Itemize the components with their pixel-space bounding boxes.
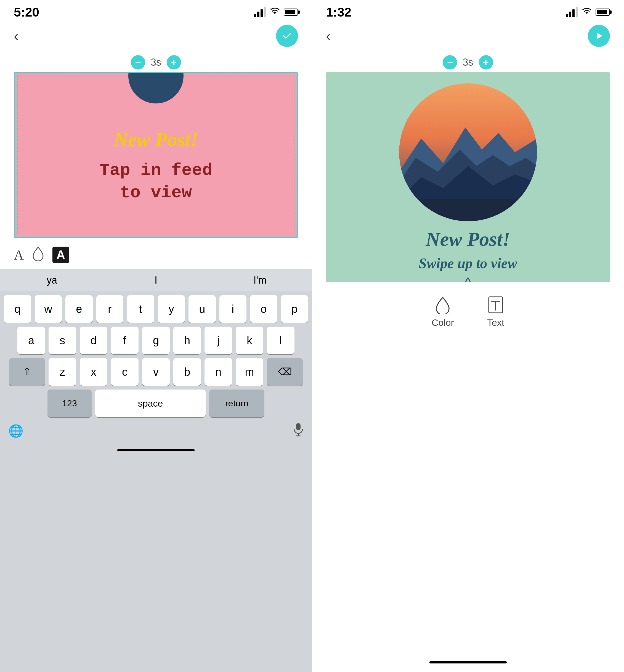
duration-minus-left[interactable]: − bbox=[131, 55, 145, 70]
spacer bbox=[312, 336, 624, 653]
time-right: 1:32 bbox=[326, 5, 351, 20]
key-h[interactable]: h bbox=[173, 327, 201, 354]
wifi-icon-right bbox=[582, 8, 592, 17]
duration-label-left: 3s bbox=[151, 57, 161, 68]
duration-plus-right[interactable]: + bbox=[479, 55, 493, 70]
signal-icon-right bbox=[566, 7, 578, 17]
time-left: 5:20 bbox=[14, 5, 39, 20]
keyboard-row-3: ⇧ z x c v b n m ⌫ bbox=[4, 358, 308, 386]
status-icons-left bbox=[254, 7, 298, 17]
play-button[interactable] bbox=[588, 25, 610, 47]
globe-icon[interactable]: 🌐 bbox=[8, 424, 23, 438]
key-i[interactable]: i bbox=[219, 295, 247, 323]
color-label: Color bbox=[432, 317, 454, 328]
keyboard-suggestions: ya I I'm bbox=[0, 269, 312, 291]
keyboard-row-2: a s d f g h j k l bbox=[4, 327, 308, 354]
key-z[interactable]: z bbox=[49, 358, 76, 386]
keyboard: ya I I'm q w e r t y u i o p a s bbox=[0, 269, 312, 672]
key-l[interactable]: l bbox=[267, 327, 294, 354]
svg-marker-3 bbox=[597, 33, 602, 39]
left-panel: 5:20 ‹ − 3s + bbox=[0, 0, 312, 672]
key-n[interactable]: n bbox=[205, 358, 232, 386]
home-bar-left bbox=[117, 449, 194, 451]
key-u[interactable]: u bbox=[188, 295, 216, 323]
key-c[interactable]: c bbox=[111, 358, 138, 386]
color-tool[interactable]: Color bbox=[432, 296, 454, 328]
key-x[interactable]: x bbox=[80, 358, 107, 386]
status-bar-right: 1:32 bbox=[312, 0, 624, 22]
key-j[interactable]: j bbox=[205, 327, 232, 354]
key-g[interactable]: g bbox=[142, 327, 170, 354]
card-preview-right: New Post! Swipe up to view ^ bbox=[326, 72, 610, 282]
duration-label-right: 3s bbox=[463, 57, 473, 68]
battery-icon bbox=[284, 8, 298, 16]
card-preview-left: New Post! Tap in feedto view bbox=[14, 72, 298, 238]
color-drop-icon-right bbox=[435, 296, 451, 314]
key-m[interactable]: m bbox=[236, 358, 263, 386]
done-button[interactable] bbox=[276, 25, 298, 47]
signal-icon bbox=[254, 7, 266, 17]
key-d[interactable]: d bbox=[80, 327, 107, 354]
key-k[interactable]: k bbox=[236, 327, 263, 354]
card-caret: ^ bbox=[465, 274, 471, 282]
card-title-right: New Post! bbox=[426, 228, 510, 251]
key-r[interactable]: r bbox=[96, 295, 124, 323]
toolbar-left: A A bbox=[0, 241, 312, 269]
key-f[interactable]: f bbox=[111, 327, 138, 354]
delete-key[interactable]: ⌫ bbox=[267, 358, 303, 386]
svg-rect-0 bbox=[296, 423, 301, 430]
key-w[interactable]: w bbox=[35, 295, 62, 323]
suggestion-2[interactable]: I bbox=[104, 269, 208, 291]
home-indicator-right bbox=[312, 653, 624, 672]
back-button-right[interactable]: ‹ bbox=[326, 28, 331, 44]
keyboard-row-1: q w e r t y u i o p bbox=[4, 295, 308, 323]
return-key[interactable]: return bbox=[209, 389, 264, 417]
text-label: Text bbox=[487, 317, 504, 328]
mountain-image bbox=[399, 83, 537, 221]
wifi-icon bbox=[270, 7, 280, 17]
key-v[interactable]: v bbox=[142, 358, 170, 386]
font-style-icon[interactable]: A bbox=[14, 247, 24, 263]
key-t[interactable]: t bbox=[127, 295, 154, 323]
duration-minus-right[interactable]: − bbox=[443, 55, 457, 70]
right-panel: 1:32 ‹ − 3s + bbox=[312, 0, 624, 672]
keyboard-rows: q w e r t y u i o p a s d f g h j k bbox=[0, 291, 312, 417]
space-key[interactable]: space bbox=[95, 389, 206, 417]
key-q[interactable]: q bbox=[4, 295, 31, 323]
color-drop-icon[interactable] bbox=[32, 246, 44, 264]
toolbar-right: Color Text bbox=[312, 288, 624, 336]
numbers-key[interactable]: 123 bbox=[48, 389, 92, 417]
key-y[interactable]: y bbox=[158, 295, 185, 323]
shift-key[interactable]: ⇧ bbox=[9, 358, 45, 386]
key-o[interactable]: o bbox=[250, 295, 277, 323]
keyboard-row-4: 123 space return bbox=[4, 389, 308, 417]
key-a[interactable]: a bbox=[17, 327, 45, 354]
svg-rect-10 bbox=[399, 199, 537, 221]
back-button-left[interactable]: ‹ bbox=[14, 28, 19, 44]
home-bar-right bbox=[430, 661, 507, 664]
keyboard-bottom-row: 🌐 bbox=[0, 417, 312, 445]
nav-bar-left: ‹ bbox=[0, 22, 312, 50]
key-b[interactable]: b bbox=[173, 358, 201, 386]
key-e[interactable]: e bbox=[66, 295, 93, 323]
status-bar-left: 5:20 bbox=[0, 0, 312, 22]
text-tool-icon bbox=[488, 296, 504, 314]
microphone-icon[interactable] bbox=[293, 423, 304, 439]
duration-plus-left[interactable]: + bbox=[167, 55, 181, 70]
card-body-left: Tap in feedto view bbox=[99, 159, 212, 204]
status-icons-right bbox=[566, 7, 610, 17]
key-s[interactable]: s bbox=[49, 327, 76, 354]
text-style-filled-icon[interactable]: A bbox=[52, 247, 69, 263]
suggestion-1[interactable]: ya bbox=[0, 269, 104, 291]
duration-control-right: − 3s + bbox=[312, 55, 624, 70]
text-tool[interactable]: Text bbox=[487, 296, 504, 328]
home-indicator-left bbox=[0, 445, 312, 458]
card-title-left: New Post! bbox=[114, 128, 198, 151]
key-p[interactable]: p bbox=[281, 295, 308, 323]
nav-bar-right: ‹ bbox=[312, 22, 624, 50]
suggestion-3[interactable]: I'm bbox=[208, 269, 312, 291]
card-swipe-text: Swipe up to view bbox=[419, 255, 517, 271]
duration-control-left: − 3s + bbox=[0, 55, 312, 70]
battery-icon-right bbox=[596, 8, 610, 16]
